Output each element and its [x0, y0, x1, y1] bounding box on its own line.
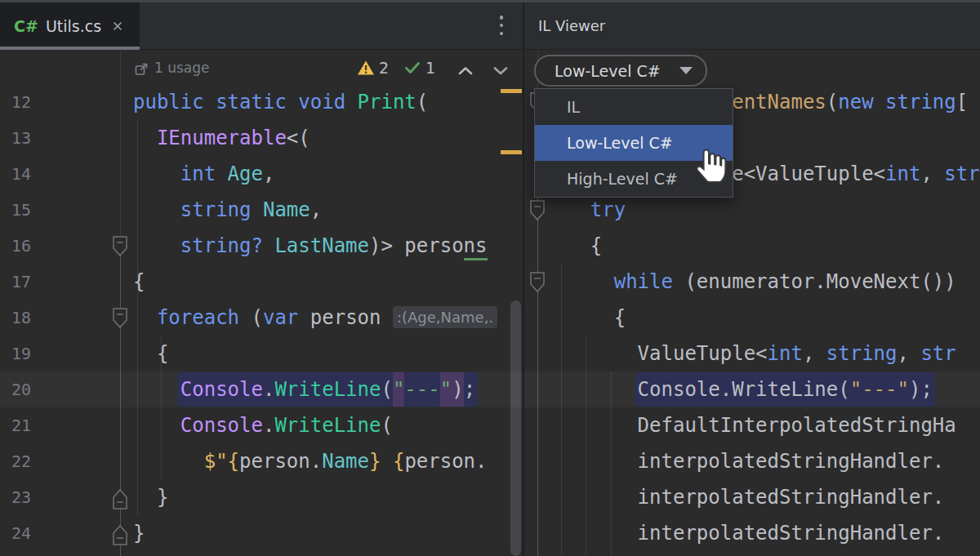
line-number[interactable]: 17: [0, 264, 31, 300]
code-line[interactable]: int Age,: [133, 156, 274, 192]
code-line[interactable]: ValueTuple<int, string, str: [543, 336, 956, 371]
chevron-up-icon[interactable]: [457, 64, 474, 79]
usages-icon[interactable]: [134, 61, 149, 80]
code-line[interactable]: }: [133, 479, 168, 515]
code-line[interactable]: {: [543, 300, 626, 336]
tab-title: Utils.cs: [46, 17, 101, 35]
fold-start-icon[interactable]: [111, 236, 129, 260]
line-number[interactable]: 23: [0, 479, 31, 515]
code-editor[interactable]: 1 usage 2 1 12public static: [0, 51, 523, 556]
caret-down-icon: [679, 67, 693, 74]
code-line[interactable]: foreach (var person :(Age,Name,.: [133, 300, 497, 336]
fold-end-icon[interactable]: [111, 524, 129, 549]
line-number[interactable]: 20: [0, 371, 31, 407]
code-line[interactable]: while (enumerator.MoveNext()): [543, 264, 956, 300]
il-viewer-title: IL Viewer: [538, 17, 605, 34]
code-line[interactable]: public static void Print(: [133, 84, 428, 120]
hand-cursor-icon: [691, 144, 727, 191]
editor-tab-bar: C# Utils.cs: [0, 0, 523, 50]
warning-stripe-mark[interactable]: [501, 150, 522, 154]
warning-triangle-icon[interactable]: [357, 60, 375, 79]
csharp-file-icon: C#: [14, 17, 38, 35]
usages-label[interactable]: 1 usage: [154, 60, 210, 76]
code-line[interactable]: IEnumerable<(: [133, 120, 310, 156]
passed-count[interactable]: 1: [425, 59, 435, 77]
line-number[interactable]: 16: [0, 228, 31, 264]
fold-start-icon[interactable]: [528, 200, 546, 225]
kebab-menu-icon[interactable]: [495, 14, 508, 37]
code-line[interactable]: {: [133, 264, 145, 300]
code-line[interactable]: Console.WriteLine("---");: [543, 371, 933, 407]
code-line[interactable]: {: [133, 336, 168, 371]
il-mode-value: Low-Level C#: [555, 62, 679, 80]
code-line[interactable]: interpolatedStringHandler.: [543, 515, 944, 551]
warning-stripe-mark[interactable]: [501, 89, 522, 93]
code-line[interactable]: Console.WriteLine(: [133, 407, 393, 443]
code-line[interactable]: interpolatedStringHandler.: [543, 479, 944, 515]
chevron-down-icon[interactable]: [492, 64, 510, 79]
line-number[interactable]: 22: [0, 443, 31, 479]
code-line[interactable]: string? LastName)> persons: [133, 228, 488, 264]
code-line[interactable]: {: [543, 228, 602, 264]
line-number[interactable]: 12: [0, 84, 31, 120]
code-line[interactable]: interpolatedStringHandler.: [543, 443, 944, 479]
menu-item-il[interactable]: IL: [535, 89, 733, 125]
line-number[interactable]: 24: [0, 515, 31, 551]
code-line[interactable]: string Name,: [133, 192, 322, 228]
panel-divider[interactable]: [523, 0, 524, 556]
fold-start-icon[interactable]: [111, 308, 129, 332]
il-viewer-panel[interactable]: Low-Level C# ILLow-Level C#High-Level C#…: [524, 51, 980, 556]
line-number[interactable]: 15: [0, 192, 31, 228]
fold-end-icon[interactable]: [111, 488, 129, 513]
checkmark-icon[interactable]: [403, 60, 421, 78]
line-number[interactable]: 14: [0, 156, 31, 192]
vertical-scrollbar[interactable]: [510, 300, 521, 556]
code-line[interactable]: DefaultInterpolatedStringHa: [543, 407, 956, 443]
warning-count[interactable]: 2: [379, 59, 389, 77]
il-mode-dropdown[interactable]: Low-Level C#: [534, 55, 707, 87]
line-number[interactable]: 21: [0, 407, 31, 443]
code-line[interactable]: $"{person.Name} {person.: [133, 443, 488, 479]
fold-start-icon[interactable]: [528, 272, 546, 296]
ide-window: C# Utils.cs IL Viewer 1 usage 2 1: [0, 0, 980, 556]
line-number[interactable]: 18: [0, 300, 31, 336]
code-line[interactable]: }: [133, 515, 145, 551]
line-number[interactable]: 19: [0, 336, 31, 371]
code-line[interactable]: Console.WriteLine("---");: [133, 371, 475, 407]
close-icon[interactable]: [110, 19, 125, 33]
tab-utils-cs[interactable]: C# Utils.cs: [0, 2, 140, 50]
line-number[interactable]: 13: [0, 120, 31, 156]
il-viewer-header: IL Viewer: [524, 2, 980, 50]
